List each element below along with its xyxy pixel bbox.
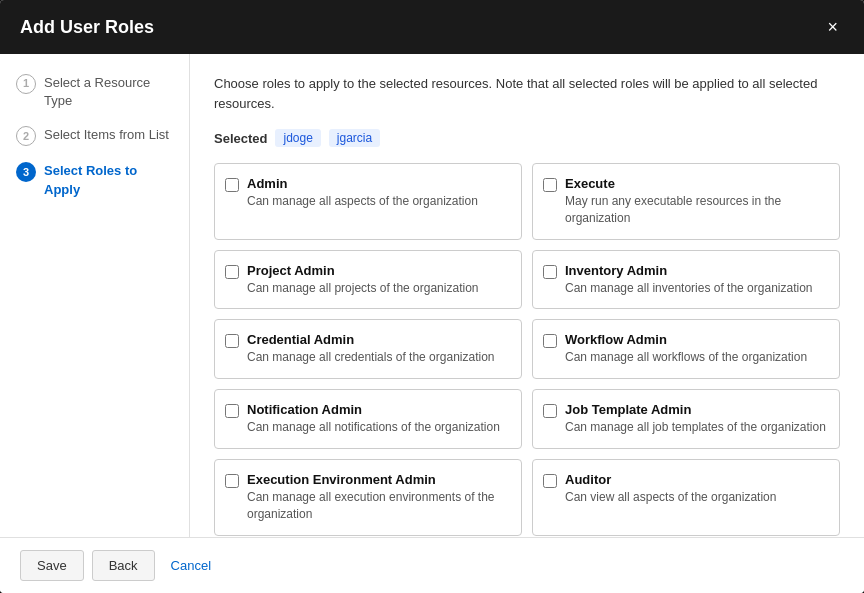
role-description: Can manage all projects of the organizat…: [247, 280, 478, 297]
sidebar-item-label-1: Select a Resource Type: [44, 74, 173, 110]
role-checkbox-project-admin[interactable]: [225, 265, 239, 279]
role-name: Inventory Admin: [565, 263, 813, 278]
role-description: Can manage all workflows of the organiza…: [565, 349, 807, 366]
role-description: Can manage all credentials of the organi…: [247, 349, 495, 366]
role-checkbox-credential-admin[interactable]: [225, 334, 239, 348]
role-card-project-admin: Project AdminCan manage all projects of …: [214, 250, 522, 310]
role-checkbox-auditor[interactable]: [543, 474, 557, 488]
modal-overlay: Add User Roles × 1 Select a Resource Typ…: [0, 0, 864, 593]
cancel-button[interactable]: Cancel: [163, 550, 219, 581]
role-checkbox-workflow-admin[interactable]: [543, 334, 557, 348]
role-description: Can manage all execution environments of…: [247, 489, 509, 523]
sidebar: 1 Select a Resource Type 2 Select Items …: [0, 54, 190, 537]
back-button[interactable]: Back: [92, 550, 155, 581]
selected-bar: Selected jdoge jgarcia: [214, 129, 840, 147]
content-description: Choose roles to apply to the selected re…: [214, 74, 840, 113]
role-name: Notification Admin: [247, 402, 500, 417]
role-card-auditor: AuditorCan view all aspects of the organ…: [532, 459, 840, 536]
role-name: Credential Admin: [247, 332, 495, 347]
role-checkbox-inventory-admin[interactable]: [543, 265, 557, 279]
role-name: Project Admin: [247, 263, 478, 278]
role-checkbox-notification-admin[interactable]: [225, 404, 239, 418]
sidebar-item-label-2: Select Items from List: [44, 126, 169, 144]
role-name: Execute: [565, 176, 827, 191]
modal: Add User Roles × 1 Select a Resource Typ…: [0, 0, 864, 593]
close-button[interactable]: ×: [821, 16, 844, 38]
role-description: May run any executable resources in the …: [565, 193, 827, 227]
sidebar-item-resource-type[interactable]: 1 Select a Resource Type: [16, 74, 173, 110]
role-checkbox-job-template-admin[interactable]: [543, 404, 557, 418]
role-name: Workflow Admin: [565, 332, 807, 347]
step-number-1: 1: [16, 74, 36, 94]
step-number-2: 2: [16, 126, 36, 146]
role-description: Can manage all notifications of the orga…: [247, 419, 500, 436]
tag-jdoge: jdoge: [275, 129, 320, 147]
role-card-credential-admin: Credential AdminCan manage all credentia…: [214, 319, 522, 379]
role-card-admin: AdminCan manage all aspects of the organ…: [214, 163, 522, 240]
role-checkbox-execute[interactable]: [543, 178, 557, 192]
role-name: Job Template Admin: [565, 402, 826, 417]
role-card-inventory-admin: Inventory AdminCan manage all inventorie…: [532, 250, 840, 310]
role-checkbox-execution-environment-admin[interactable]: [225, 474, 239, 488]
role-description: Can manage all aspects of the organizati…: [247, 193, 478, 210]
role-description: Can view all aspects of the organization: [565, 489, 776, 506]
role-card-execution-environment-admin: Execution Environment AdminCan manage al…: [214, 459, 522, 536]
role-name: Execution Environment Admin: [247, 472, 509, 487]
content-area: Choose roles to apply to the selected re…: [190, 54, 864, 537]
role-name: Auditor: [565, 472, 776, 487]
role-name: Admin: [247, 176, 478, 191]
role-card-execute: ExecuteMay run any executable resources …: [532, 163, 840, 240]
role-card-workflow-admin: Workflow AdminCan manage all workflows o…: [532, 319, 840, 379]
modal-footer: Save Back Cancel: [0, 537, 864, 593]
tag-jgarcia: jgarcia: [329, 129, 380, 147]
selected-label: Selected: [214, 131, 267, 146]
step-number-3: 3: [16, 162, 36, 182]
role-checkbox-admin[interactable]: [225, 178, 239, 192]
role-description: Can manage all inventories of the organi…: [565, 280, 813, 297]
sidebar-item-select-roles[interactable]: 3 Select Roles to Apply: [16, 162, 173, 198]
modal-header: Add User Roles ×: [0, 0, 864, 54]
role-description: Can manage all job templates of the orga…: [565, 419, 826, 436]
role-card-notification-admin: Notification AdminCan manage all notific…: [214, 389, 522, 449]
modal-title: Add User Roles: [20, 17, 154, 38]
modal-body: 1 Select a Resource Type 2 Select Items …: [0, 54, 864, 537]
sidebar-item-select-items[interactable]: 2 Select Items from List: [16, 126, 173, 146]
role-card-job-template-admin: Job Template AdminCan manage all job tem…: [532, 389, 840, 449]
save-button[interactable]: Save: [20, 550, 84, 581]
sidebar-item-label-3: Select Roles to Apply: [44, 162, 173, 198]
roles-grid: AdminCan manage all aspects of the organ…: [214, 163, 840, 536]
